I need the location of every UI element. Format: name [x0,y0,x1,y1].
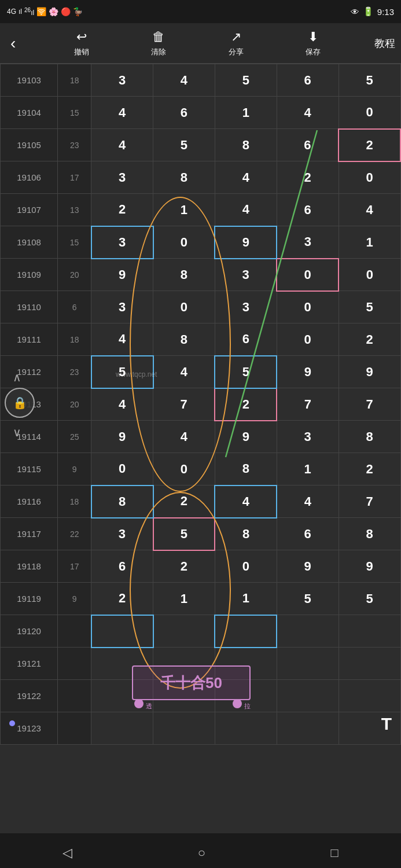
data-cell-d2[interactable]: 0 [153,226,215,259]
data-cell-d4[interactable] [277,680,339,712]
data-cell-d5[interactable]: 7 [339,486,400,518]
data-cell-d5[interactable]: 9 [339,356,400,388]
data-cell-d1[interactable]: 3 [91,518,153,550]
data-cell-d4[interactable] [277,615,339,648]
data-cell-d1[interactable]: 9 [91,421,153,453]
data-cell-d3[interactable] [215,615,277,648]
data-cell-d4[interactable]: 6 [277,64,339,97]
data-cell-d4[interactable]: 0 [277,291,339,323]
undo-button[interactable]: ↩ 撤销 [66,30,98,57]
data-cell-d2[interactable] [153,615,215,648]
data-cell-d3[interactable]: 4 [215,194,277,226]
back-button[interactable]: ‹ [6,34,20,53]
data-cell-d3[interactable]: 4 [215,161,277,194]
data-cell-d5[interactable] [339,680,400,712]
arrow-down[interactable]: ∨ [13,425,21,439]
share-button[interactable]: ↗ 分享 [220,30,252,57]
data-cell-d3[interactable]: 8 [215,129,277,161]
data-cell-d5[interactable]: 0 [339,161,400,194]
data-cell-d5[interactable] [339,615,400,648]
data-cell-d3[interactable]: 2 [215,388,277,421]
data-cell-d2[interactable]: 6 [153,97,215,129]
data-cell-d3[interactable]: 1 [215,583,277,615]
data-cell-d1[interactable] [91,615,153,648]
data-cell-d1[interactable] [91,712,153,745]
data-cell-d2[interactable]: 5 [153,129,215,161]
data-cell-d1[interactable]: 4 [91,323,153,356]
data-cell-d5[interactable]: 2 [339,453,400,486]
annotation-box[interactable]: 千十合50 [132,665,251,700]
t-button[interactable]: T [381,714,392,734]
data-cell-d1[interactable]: 9 [91,259,153,291]
data-cell-d4[interactable]: 6 [277,518,339,550]
nav-home-icon[interactable]: ○ [198,845,205,860]
data-cell-d2[interactable] [153,712,215,745]
data-cell-d4[interactable] [277,648,339,680]
data-cell-d3[interactable]: 5 [215,356,277,388]
data-cell-d1[interactable]: 3 [91,161,153,194]
data-cell-d4[interactable]: 3 [277,421,339,453]
data-cell-d1[interactable]: 3 [91,291,153,323]
data-cell-d1[interactable]: 4 [91,388,153,421]
data-cell-d1[interactable]: 2 [91,194,153,226]
data-cell-d1[interactable]: 4 [91,129,153,161]
data-cell-d3[interactable]: 3 [215,291,277,323]
data-cell-d3[interactable]: 9 [215,421,277,453]
data-cell-d2[interactable]: 8 [153,259,215,291]
data-cell-d5[interactable]: 4 [339,194,400,226]
data-cell-d4[interactable]: 9 [277,356,339,388]
data-cell-d3[interactable]: 6 [215,323,277,356]
data-cell-d4[interactable]: 7 [277,388,339,421]
nav-back-icon[interactable]: ◁ [62,845,72,860]
arrow-up[interactable]: ∧ [13,370,21,384]
data-cell-d5[interactable]: 5 [339,64,400,97]
data-cell-d3[interactable]: 3 [215,259,277,291]
data-cell-d2[interactable]: 4 [153,421,215,453]
data-cell-d4[interactable]: 4 [277,486,339,518]
data-cell-d4[interactable]: 4 [277,97,339,129]
data-cell-d2[interactable]: 2 [153,550,215,583]
data-cell-d3[interactable]: 8 [215,518,277,550]
data-cell-d2[interactable]: 0 [153,453,215,486]
data-cell-d5[interactable]: 7 [339,388,400,421]
data-cell-d5[interactable]: 8 [339,421,400,453]
data-cell-d3[interactable] [215,712,277,745]
data-cell-d1[interactable]: 3 [91,226,153,259]
save-button[interactable]: ⬇ 保存 [297,30,329,57]
data-cell-d4[interactable]: 6 [277,194,339,226]
annotation-drag-left[interactable]: 透 [134,699,152,711]
data-cell-d4[interactable] [277,712,339,745]
data-cell-d1[interactable]: 5 [91,356,153,388]
data-cell-d2[interactable]: 4 [153,64,215,97]
data-cell-d2[interactable]: 8 [153,161,215,194]
data-cell-d1[interactable]: 2 [91,583,153,615]
data-cell-d5[interactable]: 8 [339,518,400,550]
data-cell-d5[interactable] [339,648,400,680]
lock-button[interactable]: 🔒 [5,388,35,418]
data-cell-d4[interactable]: 0 [277,259,339,291]
data-cell-d2[interactable]: 4 [153,356,215,388]
data-cell-d1[interactable]: 4 [91,97,153,129]
data-cell-d1[interactable]: 8 [91,486,153,518]
data-cell-d4[interactable]: 2 [277,161,339,194]
data-cell-d2[interactable]: 0 [153,291,215,323]
data-cell-d3[interactable]: 0 [215,550,277,583]
data-cell-d2[interactable]: 1 [153,194,215,226]
data-cell-d5[interactable]: 2 [339,129,400,161]
data-cell-d5[interactable]: 5 [339,583,400,615]
data-cell-d4[interactable]: 3 [277,226,339,259]
data-cell-d5[interactable]: 0 [339,97,400,129]
tutorial-button[interactable]: 教程 [374,36,395,50]
data-cell-d4[interactable]: 5 [277,583,339,615]
data-cell-d3[interactable]: 8 [215,453,277,486]
clear-button[interactable]: 🗑 清除 [143,30,175,57]
data-cell-d5[interactable]: 5 [339,291,400,323]
data-cell-d3[interactable]: 5 [215,64,277,97]
data-cell-d5[interactable]: 1 [339,226,400,259]
data-cell-d2[interactable]: 5 [153,518,215,550]
data-cell-d2[interactable]: 2 [153,486,215,518]
data-cell-d2[interactable]: 8 [153,323,215,356]
data-cell-d4[interactable]: 1 [277,453,339,486]
data-cell-d1[interactable]: 6 [91,550,153,583]
data-cell-d1[interactable]: 0 [91,453,153,486]
